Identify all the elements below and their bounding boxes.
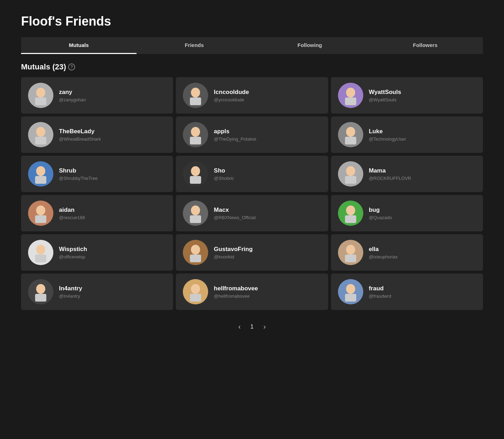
svg-rect-26 [345,176,356,184]
friend-info: zany@zanygohan [59,89,86,102]
friend-info: ella@ixieuphoriax [369,246,398,259]
pagination: ‹ 1 › [21,321,483,339]
avatar [338,201,363,226]
friend-info: GustavoFring@koorikid [214,246,253,259]
avatar [183,122,208,147]
svg-rect-29 [35,215,46,223]
svg-rect-17 [345,137,356,144]
friend-card[interactable]: WyattSouls@WyattSouls [331,77,483,114]
friend-name: Mama [369,167,411,174]
friend-name: GustavoFring [214,246,253,253]
avatar [183,240,208,265]
friend-card[interactable]: lcncooldude@ycncooldude [176,77,328,114]
friend-card[interactable]: appls@TheDying_Potatoe [176,116,328,153]
friend-card[interactable]: zany@zanygohan [21,77,173,114]
friend-username: @ROCKRUFFLOVR [369,176,411,181]
friend-card[interactable]: TheBeeLady@WheatBreadShark [21,116,173,153]
friend-card[interactable]: GustavoFring@koorikid [176,234,328,271]
svg-point-22 [191,166,200,176]
friend-name: ella [369,246,398,253]
friend-info: aidan@rescue168 [59,207,85,220]
avatar [183,279,208,304]
section-header: Mutuals (23) ? [21,62,483,72]
friend-name: appls [214,128,256,135]
svg-rect-50 [190,294,201,302]
svg-point-49 [191,284,200,294]
svg-rect-47 [35,294,46,302]
svg-rect-23 [190,176,201,184]
friend-card[interactable]: Mama@ROCKRUFFLOVR [331,156,483,192]
tab-mutuals[interactable]: Mutuals [21,37,137,54]
svg-point-25 [346,166,355,176]
friend-name: Wispstich [59,246,87,253]
avatar [183,83,208,108]
avatar [338,240,363,265]
friend-card[interactable]: fraud@fraudwrd [331,273,483,310]
friend-card[interactable]: Wispstich@officerwisp [21,234,173,271]
avatar [28,279,53,304]
svg-rect-53 [345,294,356,302]
friend-card[interactable]: In4antry@In4antry [21,273,173,310]
svg-point-19 [36,166,45,176]
svg-rect-38 [35,255,46,262]
avatar [338,161,363,187]
svg-rect-44 [345,255,356,262]
friend-name: Sho [214,167,234,174]
friend-card[interactable]: bug@Quazado [331,195,483,231]
friend-username: @rescue168 [59,215,85,220]
friend-username: @Shobric [214,176,234,181]
friend-username: @ixieuphoriax [369,254,398,259]
friend-card[interactable]: Macx@RBXNews_Official [176,195,328,231]
info-icon[interactable]: ? [68,63,75,70]
friend-username: @In4antry [59,293,82,299]
friend-name: zany [59,89,86,96]
friend-username: @koorikid [214,254,253,259]
friend-username: @hellfromabovee [214,293,258,299]
tab-following[interactable]: Following [252,37,367,54]
current-page: 1 [251,324,254,330]
svg-rect-35 [345,215,356,223]
tab-followers[interactable]: Followers [367,37,483,54]
svg-point-52 [346,284,355,294]
friend-card[interactable]: aidan@rescue168 [21,195,173,231]
friend-info: appls@TheDying_Potatoe [214,128,256,142]
friend-info: Mama@ROCKRUFFLOVR [369,167,411,181]
avatar [28,161,53,187]
svg-rect-2 [35,97,46,105]
next-page-button[interactable]: › [260,321,268,332]
friend-card[interactable]: ella@ixieuphoriax [331,234,483,271]
friend-card[interactable]: Sho@Shobric [176,156,328,192]
friend-info: Wispstich@officerwisp [59,246,87,259]
friend-card[interactable]: hellfromabovee@hellfromabovee [176,273,328,310]
friend-username: @RBXNews_Official [214,215,256,220]
friend-username: @Quazado [369,215,392,220]
svg-point-28 [36,205,45,215]
svg-rect-5 [190,97,201,105]
prev-page-button[interactable]: ‹ [236,321,244,332]
svg-point-4 [191,88,200,97]
svg-rect-41 [190,255,201,262]
tab-friends[interactable]: Friends [137,37,252,54]
svg-rect-8 [345,97,356,105]
svg-point-31 [191,205,200,215]
friend-name: aidan [59,207,85,214]
friend-username: @ShrubbyTheTree [59,176,98,181]
friend-info: WyattSouls@WyattSouls [369,89,401,102]
svg-point-16 [346,127,355,137]
tabs-container: Mutuals Friends Following Followers [21,37,483,54]
friend-info: lcncooldude@ycncooldude [214,89,249,102]
friend-card[interactable]: Shrub@ShrubbyTheTree [21,156,173,192]
avatar [338,279,363,304]
friend-info: hellfromabovee@hellfromabovee [214,285,258,299]
friend-info: In4antry@In4antry [59,285,82,299]
svg-point-1 [36,88,45,97]
svg-point-34 [346,205,355,215]
friend-info: Luke@TechnologyUser [369,128,406,142]
friend-name: hellfromabovee [214,285,258,292]
svg-point-46 [36,284,45,294]
svg-rect-20 [35,176,46,184]
friend-name: fraud [369,285,391,292]
svg-point-7 [346,88,355,97]
friend-card[interactable]: Luke@TechnologyUser [331,116,483,153]
friend-info: Shrub@ShrubbyTheTree [59,167,98,181]
